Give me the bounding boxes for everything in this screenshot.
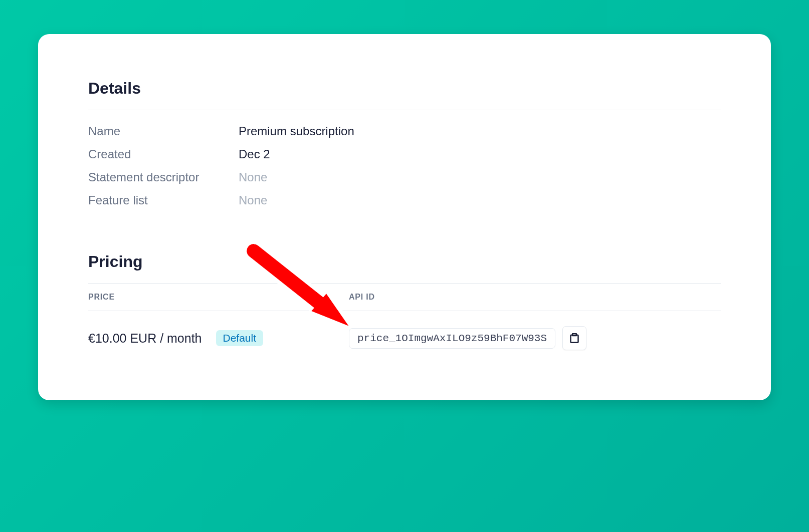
detail-label: Name (88, 124, 239, 138)
detail-value: Dec 2 (239, 147, 270, 161)
column-header-api-id: API ID (349, 293, 721, 302)
details-heading: Details (88, 79, 721, 98)
detail-value: None (239, 170, 267, 184)
detail-row-created: Created Dec 2 (88, 147, 721, 161)
detail-value: None (239, 193, 267, 207)
detail-label: Feature list (88, 193, 239, 207)
pricing-table-header: PRICE API ID (88, 283, 721, 311)
pricing-heading: Pricing (88, 252, 721, 271)
api-id-value[interactable]: price_1OImgwAxILO9z59BhF07W93S (349, 328, 555, 349)
detail-row-features: Feature list None (88, 193, 721, 207)
default-badge: Default (216, 330, 264, 346)
detail-value: Premium subscription (239, 124, 354, 138)
api-id-cell: price_1OImgwAxILO9z59BhF07W93S (349, 326, 721, 350)
column-header-price: PRICE (88, 293, 349, 302)
detail-label: Statement descriptor (88, 170, 239, 184)
copy-button[interactable] (562, 326, 586, 350)
pricing-row: €10.00 EUR / month Default price_1OImgwA… (88, 311, 721, 355)
details-card: Details Name Premium subscription Create… (38, 34, 771, 400)
detail-label: Created (88, 147, 239, 161)
details-list: Name Premium subscription Created Dec 2 … (88, 124, 721, 207)
price-value: €10.00 EUR / month (88, 331, 202, 346)
clipboard-icon (570, 333, 579, 343)
price-cell: €10.00 EUR / month Default (88, 330, 349, 346)
detail-row-name: Name Premium subscription (88, 124, 721, 138)
section-divider (88, 110, 721, 110)
detail-row-statement: Statement descriptor None (88, 170, 721, 184)
